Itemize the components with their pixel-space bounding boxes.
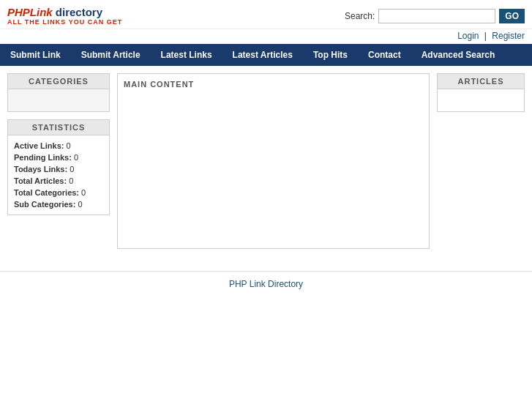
statistics-box: STATISTICS Active Links: 0Pending Links:… — [7, 119, 110, 215]
footer-link[interactable]: PHP Link Directory — [229, 279, 303, 289]
center-content: MAIN CONTENT — [117, 73, 430, 249]
login-separator: | — [484, 31, 487, 41]
register-link[interactable]: Register — [492, 31, 525, 41]
login-bar: Login | Register — [0, 29, 532, 44]
main-layout: CATEGORIES STATISTICS Active Links: 0Pen… — [0, 66, 532, 256]
categories-header: CATEGORIES — [8, 74, 109, 89]
logo-subtitle: ALL THE LINKS YOU CAN GET — [7, 18, 122, 26]
nav-advanced-search[interactable]: Advanced Search — [411, 44, 506, 66]
nav-submit-link[interactable]: Submit Link — [0, 44, 71, 66]
stat-row: Sub Categories: 0 — [14, 198, 103, 210]
logo-phplink: PHPLink — [7, 6, 53, 18]
nav-bar: Submit Link Submit Article Latest Links … — [0, 44, 532, 66]
nav-top-hits[interactable]: Top Hits — [303, 44, 358, 66]
stat-row: Total Articles: 0 — [14, 175, 103, 187]
footer: PHP Link Directory — [0, 271, 532, 297]
articles-content — [438, 89, 524, 111]
right-sidebar: ARTICLES — [437, 73, 525, 249]
search-input[interactable] — [378, 9, 495, 23]
header: PHPLink directory ALL THE LINKS YOU CAN … — [0, 0, 532, 29]
logo-title: PHPLink directory — [7, 6, 122, 18]
stat-row: Active Links: 0 — [14, 140, 103, 152]
left-sidebar: CATEGORIES STATISTICS Active Links: 0Pen… — [7, 73, 110, 249]
articles-box: ARTICLES — [437, 73, 525, 112]
categories-box: CATEGORIES — [7, 73, 110, 112]
login-link[interactable]: Login — [457, 31, 479, 41]
stat-row: Pending Links: 0 — [14, 152, 103, 163]
stat-row: Todays Links: 0 — [14, 163, 103, 175]
logo-directory: directory — [53, 6, 102, 18]
logo-area: PHPLink directory ALL THE LINKS YOU CAN … — [7, 6, 122, 26]
search-area: Search: GO — [345, 9, 525, 23]
search-button[interactable]: GO — [499, 9, 525, 23]
main-content-label: MAIN CONTENT — [124, 80, 423, 89]
nav-latest-links[interactable]: Latest Links — [151, 44, 222, 66]
app-wrapper: PHPLink directory ALL THE LINKS YOU CAN … — [0, 0, 532, 399]
nav-latest-articles[interactable]: Latest Articles — [222, 44, 303, 66]
nav-submit-article[interactable]: Submit Article — [71, 44, 151, 66]
categories-content — [8, 89, 109, 111]
statistics-header: STATISTICS — [8, 120, 109, 135]
articles-header: ARTICLES — [438, 74, 524, 89]
search-label: Search: — [345, 11, 375, 21]
nav-contact[interactable]: Contact — [358, 44, 411, 66]
statistics-content: Active Links: 0Pending Links: 0Todays Li… — [8, 135, 109, 215]
stat-row: Total Categories: 0 — [14, 187, 103, 198]
